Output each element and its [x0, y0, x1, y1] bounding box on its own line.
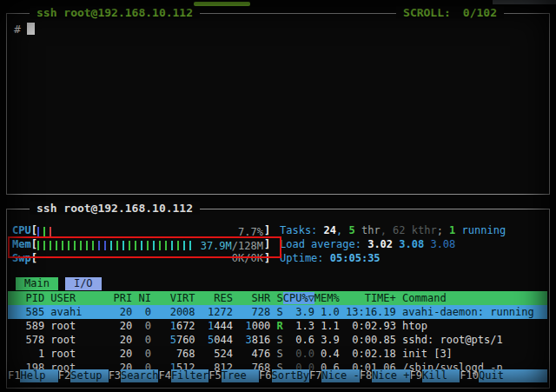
fkey-f5: F5: [208, 369, 221, 382]
process-row[interactable]: 585 avahi 20 0 2008 1272 728 S 3.9 1.0 1…: [8, 305, 547, 319]
cell-time: 13:16.19: [340, 306, 396, 318]
cell-cpu: 0.0: [283, 348, 314, 360]
cell-pri: 20: [107, 320, 132, 332]
process-row[interactable]: 1 root 20 0 768 524 476 S 0.0 0.4 0:02.1…: [8, 347, 547, 361]
fkey-action-quit[interactable]: Quit: [479, 369, 547, 382]
column-header-res[interactable]: RES: [195, 292, 233, 304]
cell-virt: 5760: [151, 334, 195, 346]
cpu-meter: CPU[7.7%]: [12, 223, 270, 237]
column-header-s[interactable]: S: [270, 292, 282, 304]
tab-main[interactable]: Main: [16, 277, 58, 290]
fkey-f10: F10: [460, 369, 479, 382]
fkey-f3: F3: [109, 369, 121, 382]
prompt-symbol: #: [14, 23, 21, 36]
cell-virt: 2008: [151, 306, 195, 318]
cpu-meter-bar: 7.7%: [37, 226, 264, 238]
cell-mem: 3.9: [314, 334, 340, 346]
pane-title-bottom: ssh root@192.168.10.112: [30, 202, 200, 215]
column-header-user[interactable]: USER: [50, 292, 107, 304]
column-header-time[interactable]: TIME+: [340, 292, 396, 304]
htop-tabs: MainI/O: [16, 277, 109, 290]
cell-cpu: 1.3: [283, 320, 314, 332]
fkey-f6: F6: [259, 369, 271, 382]
cell-s: S: [270, 348, 282, 360]
cell-s: S: [270, 306, 282, 318]
column-header-ni[interactable]: NI: [132, 292, 151, 304]
fkey-action-nice-[interactable]: Nice -: [321, 369, 359, 382]
cell-pid: 578: [13, 334, 44, 346]
cell-shr: 476: [233, 348, 270, 360]
cell-user: root: [50, 334, 107, 346]
fkey-action-setup[interactable]: Setup: [70, 369, 108, 382]
fkey-action-search[interactable]: Search: [121, 369, 158, 382]
cell-time: 0:00.85: [340, 334, 396, 346]
mem-meter-bar: 37.9M/128M: [37, 240, 264, 252]
process-row[interactable]: 578 root 20 0 5760 5044 3816 S 0.6 3.9 0…: [8, 333, 547, 347]
cell-ni: 0: [132, 348, 151, 360]
fkey-action-sortby[interactable]: SortBy: [272, 369, 309, 382]
pane-title-top: ssh root@192.168.10.112: [30, 6, 200, 19]
cell-cmd: avahi-daemon: running: [402, 306, 534, 318]
column-header-virt[interactable]: VIRT: [151, 292, 195, 304]
cell-shr: 728: [233, 306, 270, 318]
fkey-action-nice-[interactable]: Nice +: [372, 369, 409, 382]
cell-ni: 0: [132, 306, 151, 318]
cell-res: 1444: [195, 320, 233, 332]
cell-cmd: init [3]: [402, 348, 453, 360]
cell-cmd: sshd: root@pts/1: [402, 334, 503, 346]
tab-io[interactable]: I/O: [65, 277, 102, 290]
cell-cmd: htop: [402, 320, 427, 332]
scroll-label: SCROLL:: [403, 6, 451, 19]
fkey-f9: F9: [410, 369, 422, 382]
column-header-cpu[interactable]: CPU%▽: [283, 292, 314, 304]
cell-user: root: [50, 348, 107, 360]
cell-pri: 20: [107, 306, 132, 318]
cell-mem: 1.1: [314, 320, 340, 332]
mem-meter: Mem[37.9M/128M]: [12, 237, 270, 251]
tasks-line: Tasks: 24, 5 thr, 62 kthr; 1 running: [280, 223, 506, 237]
cell-s: S: [270, 334, 282, 346]
shell-prompt-line[interactable]: #: [14, 23, 35, 37]
fkey-f4: F4: [158, 369, 170, 382]
cell-virt: 1672: [151, 320, 195, 332]
column-header-shr[interactable]: SHR: [233, 292, 270, 304]
swp-meter-bar: 0K/0K: [37, 252, 264, 264]
cell-user: root: [50, 320, 107, 332]
uptime-line: Uptime: 05:05:35: [280, 251, 506, 265]
cell-res: 1272: [195, 306, 233, 318]
scroll-indicator: SCROLL:0/102: [396, 6, 504, 19]
fkey-action-tree[interactable]: Tree: [222, 369, 259, 382]
cell-user: avahi: [50, 306, 107, 318]
htop-summary: Tasks: 24, 5 thr, 62 kthr; 1 runningLoad…: [280, 223, 506, 265]
column-header-mem[interactable]: MEM%: [314, 292, 340, 304]
process-table-header[interactable]: PID USER PRI NI VIRT RES SHR SCPU%▽MEM% …: [8, 291, 547, 305]
process-row[interactable]: 589 root 20 0 1672 1444 1000 R 1.3 1.1 0…: [8, 319, 547, 333]
column-header-cmd[interactable]: Command: [402, 292, 447, 304]
cell-pri: 20: [107, 334, 132, 346]
cell-time: 0:02.93: [340, 320, 396, 332]
process-table: 585 avahi 20 0 2008 1272 728 S 3.9 1.0 1…: [8, 305, 547, 375]
column-header-pri[interactable]: PRI: [107, 292, 132, 304]
column-header-pid[interactable]: PID: [13, 292, 44, 304]
fkey-action-filter[interactable]: Filter: [171, 369, 208, 382]
ssh-session-title: ssh root@192.168.10.112: [36, 6, 193, 19]
terminal-pane-top[interactable]: ssh root@192.168.10.112 SCROLL:0/102 #: [6, 13, 550, 195]
fkey-f1: F1: [8, 369, 20, 382]
cell-res: 524: [195, 348, 233, 360]
scroll-value: 0/102: [463, 6, 497, 19]
fkey-f8: F8: [360, 369, 372, 382]
load-average-line: Load average: 3.02 3.08 3.08: [280, 237, 506, 251]
cell-pid: 589: [13, 320, 44, 332]
cell-pid: 1: [13, 348, 44, 360]
cell-time: 0:02.18: [340, 348, 396, 360]
cell-s: R: [270, 320, 282, 332]
swp-meter: Swp[0K/0K]: [12, 251, 270, 265]
fkey-action-help[interactable]: Help: [20, 369, 57, 382]
fkey-action-kill[interactable]: Kill: [422, 369, 460, 382]
top-gray-bar-decoration: [493, 0, 556, 4]
function-key-bar: F1Help F2Setup F3SearchF4FilterF5Tree F6…: [8, 369, 547, 382]
terminal-pane-bottom[interactable]: ssh root@192.168.10.112 CPU[7.7%]Mem[37.…: [6, 209, 550, 389]
cell-virt: 768: [151, 348, 195, 360]
cell-pri: 20: [107, 348, 132, 360]
terminal-cursor: [27, 23, 35, 35]
